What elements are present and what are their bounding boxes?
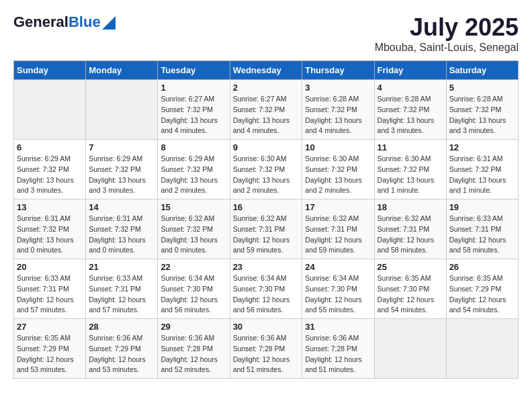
day-number: 27: [17, 322, 83, 332]
calendar-cell: 19Sunrise: 6:33 AM Sunset: 7:31 PM Dayli…: [446, 199, 518, 259]
day-number: 22: [161, 262, 226, 272]
day-info: Sunrise: 6:28 AM Sunset: 7:32 PM Dayligh…: [378, 94, 443, 136]
calendar-cell: 17Sunrise: 6:32 AM Sunset: 7:31 PM Dayli…: [302, 199, 374, 259]
day-number: 17: [305, 202, 371, 212]
calendar-cell: 28Sunrise: 6:36 AM Sunset: 7:29 PM Dayli…: [86, 319, 158, 379]
day-number: 28: [89, 322, 154, 332]
calendar-cell: 16Sunrise: 6:32 AM Sunset: 7:31 PM Dayli…: [230, 199, 302, 259]
calendar-cell: 29Sunrise: 6:36 AM Sunset: 7:28 PM Dayli…: [158, 319, 230, 379]
day-info: Sunrise: 6:36 AM Sunset: 7:28 PM Dayligh…: [233, 333, 300, 375]
day-number: 14: [89, 202, 154, 212]
day-info: Sunrise: 6:32 AM Sunset: 7:31 PM Dayligh…: [233, 214, 300, 256]
calendar-cell: 11Sunrise: 6:30 AM Sunset: 7:32 PM Dayli…: [374, 140, 446, 199]
calendar-cell: 1Sunrise: 6:27 AM Sunset: 7:32 PM Daylig…: [158, 80, 230, 140]
calendar-week-row: 1Sunrise: 6:27 AM Sunset: 7:32 PM Daylig…: [14, 80, 519, 140]
weekday-header-tuesday: Tuesday: [158, 61, 230, 80]
day-info: Sunrise: 6:34 AM Sunset: 7:30 PM Dayligh…: [233, 273, 300, 316]
day-number: 2: [233, 83, 300, 93]
day-number: 12: [449, 142, 515, 152]
day-number: 6: [17, 142, 83, 152]
day-info: Sunrise: 6:27 AM Sunset: 7:32 PM Dayligh…: [233, 94, 300, 136]
day-number: 15: [161, 202, 226, 212]
day-info: Sunrise: 6:29 AM Sunset: 7:32 PM Dayligh…: [17, 154, 83, 196]
day-info: Sunrise: 6:31 AM Sunset: 7:32 PM Dayligh…: [17, 214, 83, 256]
day-info: Sunrise: 6:32 AM Sunset: 7:31 PM Dayligh…: [378, 214, 443, 256]
day-info: Sunrise: 6:30 AM Sunset: 7:32 PM Dayligh…: [233, 154, 300, 196]
day-number: 29: [161, 322, 226, 332]
calendar-week-row: 20Sunrise: 6:33 AM Sunset: 7:31 PM Dayli…: [14, 259, 519, 319]
calendar-cell: 27Sunrise: 6:35 AM Sunset: 7:29 PM Dayli…: [14, 319, 86, 379]
calendar-title: July 2025: [375, 13, 519, 42]
calendar-cell: 14Sunrise: 6:31 AM Sunset: 7:32 PM Dayli…: [86, 199, 158, 259]
calendar-cell: [374, 319, 446, 379]
calendar-cell: 24Sunrise: 6:34 AM Sunset: 7:30 PM Dayli…: [302, 259, 374, 319]
day-info: Sunrise: 6:33 AM Sunset: 7:31 PM Dayligh…: [89, 273, 154, 316]
day-number: 18: [378, 202, 443, 212]
day-info: Sunrise: 6:29 AM Sunset: 7:32 PM Dayligh…: [161, 154, 226, 196]
day-number: 24: [305, 262, 371, 272]
day-info: Sunrise: 6:28 AM Sunset: 7:32 PM Dayligh…: [449, 94, 515, 136]
day-number: 10: [305, 142, 371, 152]
day-number: 8: [161, 142, 226, 152]
calendar-cell: 30Sunrise: 6:36 AM Sunset: 7:28 PM Dayli…: [230, 319, 302, 379]
day-info: Sunrise: 6:33 AM Sunset: 7:31 PM Dayligh…: [449, 214, 515, 256]
calendar-cell: 20Sunrise: 6:33 AM Sunset: 7:31 PM Dayli…: [14, 259, 86, 319]
day-number: 13: [17, 202, 83, 212]
calendar-cell: [14, 80, 86, 140]
day-info: Sunrise: 6:34 AM Sunset: 7:30 PM Dayligh…: [305, 273, 371, 316]
logo-general: General: [13, 13, 69, 31]
day-info: Sunrise: 6:27 AM Sunset: 7:32 PM Dayligh…: [161, 94, 226, 136]
weekday-header-thursday: Thursday: [302, 61, 374, 80]
day-number: 23: [233, 262, 300, 272]
calendar-cell: 25Sunrise: 6:35 AM Sunset: 7:30 PM Dayli…: [374, 259, 446, 319]
weekday-header-friday: Friday: [374, 61, 446, 80]
day-info: Sunrise: 6:28 AM Sunset: 7:32 PM Dayligh…: [305, 94, 371, 136]
day-info: Sunrise: 6:30 AM Sunset: 7:32 PM Dayligh…: [305, 154, 371, 196]
day-info: Sunrise: 6:33 AM Sunset: 7:31 PM Dayligh…: [17, 273, 83, 316]
day-number: 25: [378, 262, 443, 272]
day-info: Sunrise: 6:36 AM Sunset: 7:29 PM Dayligh…: [89, 333, 154, 375]
day-info: Sunrise: 6:32 AM Sunset: 7:32 PM Dayligh…: [161, 214, 226, 256]
calendar-week-row: 27Sunrise: 6:35 AM Sunset: 7:29 PM Dayli…: [14, 319, 519, 379]
calendar-cell: 23Sunrise: 6:34 AM Sunset: 7:30 PM Dayli…: [230, 259, 302, 319]
calendar-cell: [86, 80, 158, 140]
calendar-cell: 2Sunrise: 6:27 AM Sunset: 7:32 PM Daylig…: [230, 80, 302, 140]
calendar-cell: 15Sunrise: 6:32 AM Sunset: 7:32 PM Dayli…: [158, 199, 230, 259]
weekday-header-saturday: Saturday: [446, 61, 518, 80]
day-info: Sunrise: 6:35 AM Sunset: 7:30 PM Dayligh…: [378, 273, 443, 316]
day-number: 11: [378, 142, 443, 152]
weekday-header-row: SundayMondayTuesdayWednesdayThursdayFrid…: [14, 61, 519, 80]
day-info: Sunrise: 6:30 AM Sunset: 7:32 PM Dayligh…: [378, 154, 443, 196]
day-number: 1: [161, 83, 226, 93]
day-number: 30: [233, 322, 300, 332]
title-block: July 2025 Mbouba, Saint-Louis, Senegal: [375, 13, 519, 54]
weekday-header-monday: Monday: [86, 61, 158, 80]
svg-marker-0: [102, 16, 116, 30]
calendar-cell: 18Sunrise: 6:32 AM Sunset: 7:31 PM Dayli…: [374, 199, 446, 259]
day-number: 16: [233, 202, 300, 212]
calendar-cell: 6Sunrise: 6:29 AM Sunset: 7:32 PM Daylig…: [14, 140, 86, 199]
page-header: GeneralBlue July 2025 Mbouba, Saint-Loui…: [13, 13, 519, 54]
calendar-cell: 8Sunrise: 6:29 AM Sunset: 7:32 PM Daylig…: [158, 140, 230, 199]
day-number: 9: [233, 142, 300, 152]
day-info: Sunrise: 6:36 AM Sunset: 7:28 PM Dayligh…: [161, 333, 226, 375]
calendar-cell: 13Sunrise: 6:31 AM Sunset: 7:32 PM Dayli…: [14, 199, 86, 259]
day-number: 31: [305, 322, 371, 332]
calendar-subtitle: Mbouba, Saint-Louis, Senegal: [375, 42, 519, 54]
calendar-week-row: 6Sunrise: 6:29 AM Sunset: 7:32 PM Daylig…: [14, 140, 519, 199]
day-info: Sunrise: 6:31 AM Sunset: 7:32 PM Dayligh…: [449, 154, 515, 196]
weekday-header-wednesday: Wednesday: [230, 61, 302, 80]
calendar-cell: 12Sunrise: 6:31 AM Sunset: 7:32 PM Dayli…: [446, 140, 518, 199]
day-info: Sunrise: 6:31 AM Sunset: 7:32 PM Dayligh…: [89, 214, 154, 256]
day-info: Sunrise: 6:29 AM Sunset: 7:32 PM Dayligh…: [89, 154, 154, 196]
day-number: 20: [17, 262, 83, 272]
calendar-cell: 31Sunrise: 6:36 AM Sunset: 7:28 PM Dayli…: [302, 319, 374, 379]
calendar-cell: 26Sunrise: 6:35 AM Sunset: 7:29 PM Dayli…: [446, 259, 518, 319]
day-number: 21: [89, 262, 154, 272]
day-number: 19: [449, 202, 515, 212]
calendar-table: SundayMondayTuesdayWednesdayThursdayFrid…: [13, 60, 519, 379]
calendar-cell: 22Sunrise: 6:34 AM Sunset: 7:30 PM Dayli…: [158, 259, 230, 319]
day-info: Sunrise: 6:35 AM Sunset: 7:29 PM Dayligh…: [449, 273, 515, 316]
day-number: 5: [449, 83, 515, 93]
day-info: Sunrise: 6:34 AM Sunset: 7:30 PM Dayligh…: [161, 273, 226, 316]
